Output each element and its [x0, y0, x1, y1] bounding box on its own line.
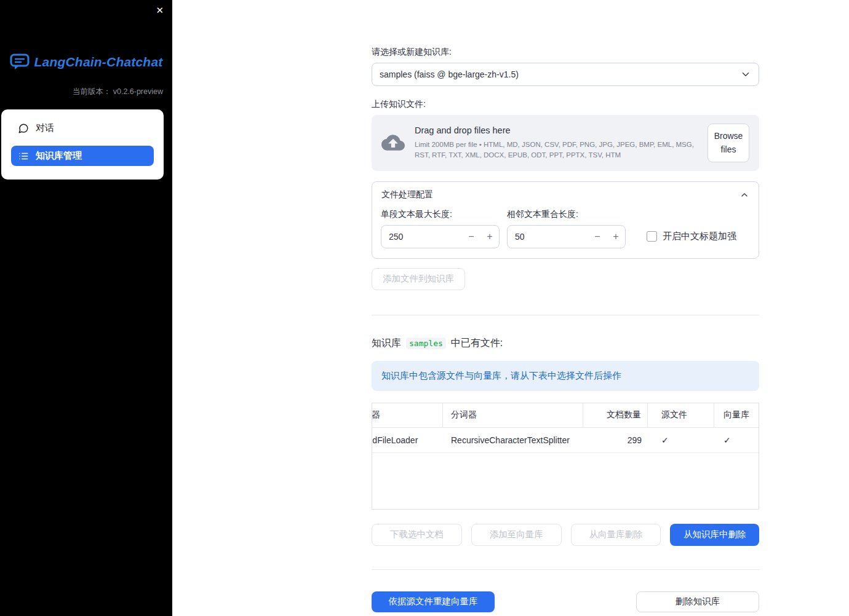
- table-header-source-file: 源文件: [648, 403, 714, 427]
- kb-files-heading: 知识库 samples 中已有文件:: [372, 337, 759, 350]
- kb-select[interactable]: samples (faiss @ bge-large-zh-v1.5): [372, 63, 759, 86]
- download-selected-button[interactable]: 下载选中文档: [372, 524, 462, 546]
- version-label: 当前版本： v0.2.6-preview: [0, 87, 172, 97]
- app-logo: LangChain-Chatchat: [0, 53, 172, 70]
- chunk-size-input[interactable]: 250 − +: [381, 225, 500, 248]
- plus-button[interactable]: +: [607, 231, 625, 242]
- cloud-upload-icon: [381, 133, 405, 152]
- divider: [372, 569, 759, 570]
- list-icon: [18, 151, 29, 162]
- dropzone-limit: Limit 200MB per file • HTML, MD, JSON, C…: [415, 140, 698, 160]
- chunk-size-value: 250: [381, 232, 462, 242]
- file-dropzone[interactable]: Drag and drop files here Limit 200MB per…: [372, 115, 759, 171]
- content-column: 请选择或新建知识库: samples (faiss @ bge-large-zh…: [372, 0, 759, 612]
- zh-title-enhance-checkbox[interactable]: 开启中文标题加强: [647, 231, 736, 242]
- sidebar-item-knowledge-base[interactable]: 知识库管理: [11, 146, 154, 166]
- chevron-up-icon: [739, 190, 749, 200]
- table-header-doc-count: 文档数量: [583, 403, 648, 427]
- logo-chat-icon: [10, 53, 30, 70]
- cell-doc-count: 299: [583, 428, 648, 452]
- main-area: 请选择或新建知识库: samples (faiss @ bge-large-zh…: [172, 0, 849, 616]
- kb-select-label: 请选择或新建知识库:: [372, 47, 759, 58]
- expander-header[interactable]: 文件处理配置: [372, 182, 759, 208]
- divider: [372, 315, 759, 315]
- rebuild-vector-store-button[interactable]: 依据源文件重建向量库: [372, 591, 495, 612]
- upload-label: 上传知识文件:: [372, 99, 759, 110]
- kb-files-suffix: 中已有文件:: [451, 337, 503, 350]
- app-title: LangChain-Chatchat: [34, 55, 163, 69]
- delete-from-vector-store-button[interactable]: 从向量库删除: [571, 524, 661, 546]
- table-header-splitter: 分词器: [443, 403, 583, 427]
- info-banner: 知识库中包含源文件与向量库，请从下表中选择文件后操作: [372, 361, 759, 391]
- kb-select-value: samples (faiss @ bge-large-zh-v1.5): [380, 69, 519, 79]
- sidebar: ✕ LangChain-Chatchat 当前版本： v0.2.6-previe…: [0, 0, 172, 616]
- files-table: 文档加载器 分词器 文档数量 源文件 向量库 UnstructuredFileL…: [372, 403, 759, 510]
- table-header-vector-store: 向量库: [714, 403, 759, 427]
- nav-item-label: 知识库管理: [36, 150, 82, 162]
- delete-from-kb-button[interactable]: 从知识库中删除: [670, 524, 759, 546]
- table-header-loader: 文档加载器: [372, 403, 443, 427]
- sidebar-item-dialogue[interactable]: 对话: [11, 118, 154, 138]
- sidebar-nav: 对话 知识库管理: [1, 109, 164, 180]
- expander-body: 单段文本最大长度: 250 − + 相邻文本重合长度: 50 −: [372, 208, 759, 258]
- nav-item-label: 对话: [36, 122, 54, 134]
- cell-splitter: RecursiveCharacterTextSplitter: [443, 428, 583, 452]
- chat-icon: [18, 123, 29, 134]
- chunk-size-group: 单段文本最大长度: 250 − +: [381, 209, 500, 248]
- overlap-size-value: 50: [508, 232, 588, 242]
- close-sidebar-icon[interactable]: ✕: [156, 5, 164, 16]
- overlap-size-label: 相邻文本重合长度:: [507, 209, 626, 220]
- kb-action-buttons: 依据源文件重建向量库 删除知识库: [372, 591, 759, 612]
- kb-name-code: samples: [406, 338, 446, 349]
- overlap-size-input[interactable]: 50 − +: [507, 225, 626, 248]
- file-action-buttons: 下载选中文档 添加至向量库 从向量库删除 从知识库中删除: [372, 524, 759, 546]
- minus-button[interactable]: −: [588, 231, 607, 242]
- cell-loader: UnstructuredFileLoader: [372, 428, 443, 452]
- browse-files-button[interactable]: Browse files: [708, 124, 749, 162]
- table-row[interactable]: UnstructuredFileLoader RecursiveCharacte…: [372, 428, 759, 453]
- dropzone-text: Drag and drop files here Limit 200MB per…: [415, 125, 698, 160]
- checkbox-icon: [647, 231, 657, 242]
- dropzone-title: Drag and drop files here: [415, 125, 698, 135]
- chunk-size-label: 单段文本最大长度:: [381, 209, 500, 220]
- expander-title: 文件处理配置: [381, 189, 433, 200]
- cell-vector-store-check: ✓: [714, 428, 759, 452]
- table-empty-area: [372, 453, 759, 509]
- add-files-button[interactable]: 添加文件到知识库: [372, 268, 465, 290]
- minus-button[interactable]: −: [462, 231, 480, 242]
- checkbox-label: 开启中文标题加强: [663, 231, 736, 242]
- file-config-expander: 文件处理配置 单段文本最大长度: 250 − +: [372, 181, 759, 259]
- app-root: ✕ LangChain-Chatchat 当前版本： v0.2.6-previe…: [0, 0, 849, 616]
- chevron-down-icon: [740, 69, 751, 80]
- overlap-size-group: 相邻文本重合长度: 50 − +: [507, 209, 626, 248]
- plus-button[interactable]: +: [480, 231, 499, 242]
- add-to-vector-store-button[interactable]: 添加至向量库: [471, 524, 562, 546]
- delete-kb-button[interactable]: 删除知识库: [636, 591, 759, 612]
- cell-source-file-check: ✓: [648, 428, 714, 452]
- kb-files-prefix: 知识库: [372, 337, 401, 350]
- table-header-row: 文档加载器 分词器 文档数量 源文件 向量库: [372, 403, 759, 428]
